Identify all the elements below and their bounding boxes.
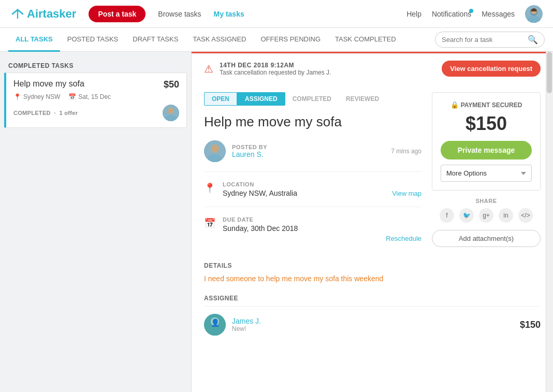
cancellation-banner: ⚠ 14TH DEC 2018 9:12AM Task cancellation… (192, 52, 553, 84)
notification-dot (469, 9, 473, 13)
svg-text:👤: 👤 (211, 318, 220, 327)
posted-ago: 7 mins ago (391, 148, 421, 155)
svg-point-8 (211, 144, 219, 153)
assignee-avatar: 👤 (204, 314, 226, 336)
facebook-share-icon[interactable]: f (440, 208, 454, 223)
details-label: DETAILS (204, 262, 541, 269)
search-box: 🔍 (435, 32, 545, 48)
posted-by-row: POSTED BY Lauren S. 7 mins ago (204, 140, 421, 172)
notifications-link[interactable]: Notifications (432, 10, 471, 18)
main-layout: COMPLETED TASKS Help move my sofa $50 📍 … (0, 52, 553, 392)
assignee-price: $150 (520, 320, 541, 330)
tab-task-completed[interactable]: TASK COMPLETED (328, 28, 403, 52)
my-tasks-link[interactable]: My tasks (214, 10, 244, 18)
browse-tasks-link[interactable]: Browse tasks (158, 10, 201, 18)
poster-avatar (204, 140, 226, 162)
details-section: DETAILS I need someone to help me move m… (204, 262, 541, 284)
task-card-title: Help move my sofa (13, 79, 164, 89)
embed-share-icon[interactable]: </> (518, 208, 533, 223)
assignee-badge: New! (232, 325, 261, 332)
details-text: I need someone to help me move my sofa t… (204, 273, 541, 284)
warning-icon: ⚠ (204, 63, 213, 75)
pill-open: OPEN (204, 92, 237, 106)
cancellation-message: Task cancellation requested by James J. (220, 69, 331, 76)
tab-draft-tasks[interactable]: DRAFT TASKS (125, 28, 185, 52)
cancellation-left: ⚠ 14TH DEC 2018 9:12AM Task cancellation… (204, 62, 331, 76)
posted-by-label: POSTED BY (232, 144, 267, 150)
location-pin-icon: 📍 (204, 182, 215, 194)
help-link[interactable]: Help (406, 10, 421, 18)
twitter-share-icon[interactable]: 🐦 (459, 208, 474, 223)
googleplus-share-icon[interactable]: g+ (479, 208, 493, 223)
payment-amount: $150 (441, 113, 532, 135)
calendar-icon: 📅 (68, 93, 76, 100)
share-icons: f 🐦 g+ in </> (432, 208, 541, 223)
view-cancellation-button[interactable]: View cancellation request (442, 61, 541, 77)
task-card-date: 📅 Sat, 15 Dec (68, 93, 111, 100)
linkedin-share-icon[interactable]: in (499, 208, 513, 223)
search-icon: 🔍 (528, 35, 538, 45)
task-card[interactable]: Help move my sofa $50 📍 Sydney NSW 📅 Sat… (4, 72, 187, 128)
reschedule-link[interactable]: Reschedule (223, 235, 421, 242)
logo[interactable]: Airtasker (10, 7, 76, 21)
task-detail-body: 🔒 PAYMENT SECURED $150 Private message M… (192, 84, 553, 348)
status-pills: OPEN ASSIGNED COMPLETED REVIEWED (204, 92, 421, 106)
share-label: SHARE (432, 198, 541, 204)
messages-link[interactable]: Messages (482, 10, 515, 18)
assignee-name[interactable]: James J. (232, 317, 261, 325)
location-label: LOCATION (223, 181, 385, 187)
assignee-section: ASSIGNEE 👤 James J. New! $1 (204, 295, 541, 336)
scrollbar-thumb[interactable] (547, 52, 552, 93)
cancellation-datetime: 14TH DEC 2018 9:12AM (220, 62, 331, 69)
tab-posted-tasks[interactable]: POSTED TASKS (60, 28, 126, 52)
calendar-due-icon: 📅 (204, 217, 215, 229)
view-map-link[interactable]: View map (392, 190, 421, 197)
assignee-label: ASSIGNEE (204, 295, 541, 302)
pill-assigned: ASSIGNED (237, 92, 285, 106)
logo-text: Airtasker (27, 7, 76, 21)
poster-name[interactable]: Lauren S. (232, 150, 267, 158)
due-date-value: Sunday, 30th Dec 2018 (223, 224, 421, 233)
svg-point-3 (528, 16, 540, 23)
pill-reviewed: REVIEWED (339, 93, 386, 105)
share-section: SHARE f 🐦 g+ in </> (432, 198, 541, 223)
task-card-status: COMPLETED · 1 offer (13, 110, 78, 116)
sidebar-section-title: COMPLETED TASKS (0, 58, 191, 72)
task-card-location: 📍 Sydney NSW (13, 93, 60, 100)
add-attachment-button[interactable]: Add attachment(s) (432, 230, 541, 247)
search-input[interactable] (442, 36, 525, 43)
right-panel: 🔒 PAYMENT SECURED $150 Private message M… (432, 92, 541, 247)
navbar: Airtasker Post a task Browse tasks My ta… (0, 0, 553, 28)
task-card-price: $50 (164, 79, 179, 90)
detail-panel: ⚠ 14TH DEC 2018 9:12AM Task cancellation… (192, 52, 553, 392)
notifications-wrap[interactable]: Notifications (432, 10, 471, 18)
sidebar: COMPLETED TASKS Help move my sofa $50 📍 … (0, 52, 192, 392)
user-avatar[interactable] (525, 5, 543, 23)
tab-all-tasks[interactable]: ALL TASKS (8, 28, 60, 52)
more-options-select[interactable]: More Options (441, 165, 532, 182)
tab-task-assigned[interactable]: TASK ASSIGNED (185, 28, 253, 52)
tabs-bar: ALL TASKS POSTED TASKS DRAFT TASKS TASK … (0, 28, 553, 52)
location-icon: 📍 (13, 93, 21, 100)
lock-icon: 🔒 (450, 101, 459, 109)
payment-box: 🔒 PAYMENT SECURED $150 Private message M… (432, 92, 541, 191)
private-message-button[interactable]: Private message (441, 141, 532, 159)
due-date-row: 📅 DUE DATE Sunday, 30th Dec 2018 Resched… (204, 216, 421, 252)
scrollbar-track[interactable] (546, 52, 553, 392)
assignee-row: 👤 James J. New! $150 (204, 306, 541, 336)
post-task-button[interactable]: Post a task (89, 6, 145, 22)
due-date-label: DUE DATE (223, 216, 421, 223)
location-value: Sydney NSW, Australia (223, 189, 385, 197)
nav-right: Help Notifications Messages (406, 5, 543, 23)
tab-offers-pending[interactable]: OFFERS PENDING (253, 28, 328, 52)
pill-completed: COMPLETED (285, 93, 339, 105)
payment-secured-label: 🔒 PAYMENT SECURED (441, 101, 532, 109)
task-card-avatar (163, 105, 179, 121)
location-row: 📍 LOCATION Sydney NSW, Australia View ma… (204, 181, 421, 207)
svg-point-5 (168, 108, 174, 114)
